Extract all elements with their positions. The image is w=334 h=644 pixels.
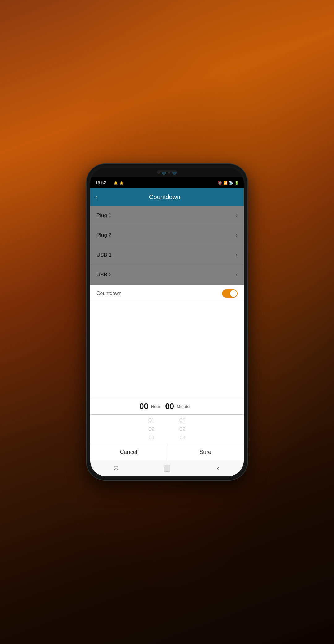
wifi-icon: 📶 [223, 181, 228, 185]
minute-scroll-01: 01 [179, 416, 186, 424]
menu-item-plug1-label: Plug 1 [96, 212, 111, 219]
empty-space [90, 302, 244, 398]
nav-home-button[interactable] [160, 461, 174, 476]
bottom-panel: Countdown 00 Hour [90, 285, 244, 460]
hour-scroll-column: 01 02 03 [148, 416, 155, 442]
menu-item-usb2[interactable]: USB 2 › [90, 265, 244, 285]
action-buttons: Cancel Sure [90, 444, 244, 460]
time-picker-selected-row: 00 Hour 00 Minute [90, 398, 244, 415]
mute-icon: 🔇 [218, 181, 222, 185]
menu-item-usb2-label: USB 2 [96, 272, 112, 278]
countdown-toggle-row: Countdown [90, 285, 244, 302]
hour-scroll-03: 03 [149, 434, 154, 442]
toggle-knob [230, 290, 237, 297]
hour-label: Hour [151, 404, 160, 409]
minute-scroll-02: 02 [179, 425, 186, 433]
chevron-right-icon: › [236, 272, 238, 278]
back-button[interactable]: ‹ [95, 193, 97, 201]
sure-button[interactable]: Sure [167, 444, 244, 460]
nav-bar [90, 460, 244, 476]
status-right: 🔇 📶 📡 🔋 [218, 181, 239, 185]
status-bar: 16:52 🖼 🔔 🔔 • 🔇 📶 📡 🔋 [90, 177, 244, 188]
nav-recents-button[interactable] [109, 461, 123, 476]
time-picker[interactable]: 00 Hour 00 Minute 01 02 03 [90, 398, 244, 444]
hour-scroll-01: 01 [148, 416, 155, 424]
app-bar: ‹ Countdown [90, 188, 244, 206]
minute-value: 00 [165, 402, 174, 411]
countdown-toggle-label: Countdown [96, 291, 122, 296]
dot-indicator: • [125, 181, 130, 185]
hour-scroll-02: 02 [148, 425, 155, 433]
phone-top-notch [90, 168, 244, 177]
alert-icon: 🔔 [119, 181, 124, 185]
time-picker-scroll[interactable]: 01 02 03 01 02 03 [90, 415, 244, 444]
menu-list: Plug 1 › Plug 2 › USB 1 › USB 2 › [90, 206, 244, 285]
menu-item-plug2[interactable]: Plug 2 › [90, 225, 244, 245]
nav-back-button[interactable] [211, 461, 225, 476]
phone-speaker [158, 170, 176, 172]
status-time: 16:52 [95, 180, 106, 185]
menu-item-usb1[interactable]: USB 1 › [90, 245, 244, 265]
hour-group: 00 Hour [139, 402, 165, 411]
gallery-icon: 🖼 [108, 181, 112, 185]
phone-screen: 16:52 🖼 🔔 🔔 • 🔇 📶 📡 🔋 ‹ Countdown [90, 168, 244, 476]
menu-item-plug2-label: Plug 2 [96, 232, 111, 238]
chevron-right-icon: › [236, 232, 238, 238]
notification-icon: 🔔 [113, 181, 118, 185]
status-left: 16:52 🖼 🔔 🔔 • [95, 180, 130, 185]
signal-icon: 📡 [229, 181, 233, 185]
battery-icon: 🔋 [234, 181, 239, 185]
minute-group: 00 Minute [165, 402, 195, 411]
minute-scroll-03: 03 [180, 434, 185, 442]
minute-label: Minute [177, 404, 190, 409]
menu-item-plug1[interactable]: Plug 1 › [90, 206, 244, 225]
phone-device: 16:52 🖼 🔔 🔔 • 🔇 📶 📡 🔋 ‹ Countdown [87, 164, 247, 480]
chevron-right-icon: › [236, 212, 238, 219]
app-title: Countdown [102, 194, 227, 201]
cancel-button[interactable]: Cancel [90, 444, 167, 460]
content-area: Plug 1 › Plug 2 › USB 1 › USB 2 › [90, 206, 244, 460]
hour-value: 00 [139, 402, 148, 411]
menu-item-usb1-label: USB 1 [96, 252, 112, 258]
countdown-toggle[interactable] [222, 289, 238, 298]
minute-scroll-column: 01 02 03 [179, 416, 186, 442]
chevron-right-icon: › [236, 252, 238, 258]
